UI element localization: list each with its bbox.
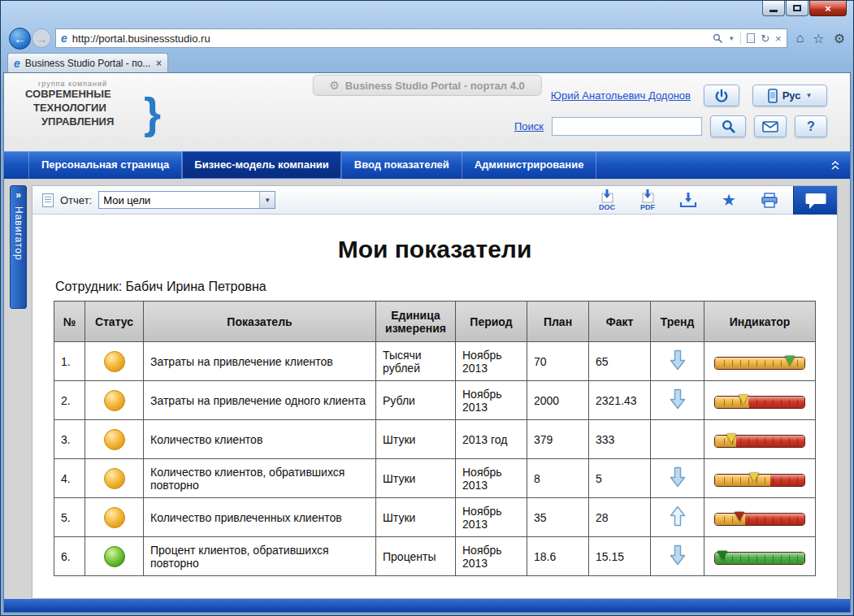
unit-cell: Штуки xyxy=(376,498,456,537)
banner-gear-icon: ⚙ xyxy=(329,79,340,92)
table-row: 3. Количество клиентов Штуки 2013 год 37… xyxy=(54,420,816,459)
fact-cell: 28 xyxy=(589,498,651,537)
ie-page-icon: e xyxy=(61,32,67,45)
ie-favicon: e xyxy=(14,57,20,70)
forward-button[interactable]: → xyxy=(32,28,51,48)
plan-cell: 18.6 xyxy=(527,537,589,576)
search-button[interactable] xyxy=(710,115,746,137)
user-row: Юрий Анатольевич Додонов Рус ▼ xyxy=(551,85,827,106)
export-pdf-button[interactable]: PDF xyxy=(634,189,661,211)
stop-icon[interactable]: × xyxy=(775,33,782,45)
logout-button[interactable] xyxy=(704,85,739,106)
plan-cell: 379 xyxy=(527,420,589,459)
favorites-button[interactable]: ★ xyxy=(715,192,743,208)
logo-line: УПРАВЛЕНИЯ xyxy=(41,115,188,129)
status-light-icon xyxy=(104,390,125,411)
address-bar-row: ← → e http://portal.businessstudio.ru ▼ … xyxy=(1,25,853,51)
row-number: 6. xyxy=(54,537,85,576)
browser-tab[interactable]: e Business Studio Portal - по... × xyxy=(7,53,168,72)
refresh-icon[interactable]: ↻ xyxy=(761,33,769,45)
pdf-label: PDF xyxy=(640,204,655,211)
report-panel: Отчет: Мои цели ▼ DOC xyxy=(32,185,838,599)
export-doc-button[interactable]: DOC xyxy=(593,189,621,211)
nav-tab-business-model[interactable]: Бизнес-модель компании xyxy=(182,151,341,179)
portal-page: группа компаний СОВРЕМЕННЫЕ ТЕХНОЛОГИИ У… xyxy=(3,72,851,613)
user-profile-link[interactable]: Юрий Анатольевич Додонов xyxy=(551,89,691,102)
row-number: 1. xyxy=(54,342,85,381)
minimize-button[interactable] xyxy=(762,1,785,16)
portal-title-banner: ⚙ Business Studio Portal - портал 4.0 xyxy=(312,75,542,96)
main-navigation: Персональная страница Бизнес-модель комп… xyxy=(4,151,850,179)
indicator-name: Затраты на привлечение одного клиента xyxy=(144,381,376,420)
select-dropdown-icon[interactable]: ▼ xyxy=(259,192,275,208)
pdf-download-icon xyxy=(639,189,657,203)
trend-arrow-icon xyxy=(670,544,686,566)
speech-bubble-icon xyxy=(804,191,827,210)
company-logo: группа компаний СОВРЕМЕННЫЕ ТЕХНОЛОГИИ У… xyxy=(25,80,188,129)
nav-collapse-button[interactable] xyxy=(830,159,840,174)
printer-icon xyxy=(761,193,778,208)
address-bar-icons: ▼ ↻ × xyxy=(713,32,781,45)
browser-tab-row: e Business Studio Portal - по... × xyxy=(1,51,853,72)
plan-cell: 8 xyxy=(527,459,589,498)
status-light-icon xyxy=(104,507,125,528)
indicator-name: Количество клиентов xyxy=(144,420,376,459)
favorites-star-icon[interactable]: ☆ xyxy=(813,31,824,46)
nav-tab-administration[interactable]: Администрирование xyxy=(462,151,597,179)
compatibility-view-icon[interactable] xyxy=(747,33,755,43)
row-number: 3. xyxy=(54,420,85,459)
browser-action-icons: ⌂ ☆ ⚙ xyxy=(796,31,845,46)
unit-cell: Рубли xyxy=(376,381,456,420)
maximize-button[interactable] xyxy=(786,1,808,16)
col-plan: План xyxy=(527,301,589,342)
col-trend: Тренд xyxy=(651,301,704,342)
fact-cell: 333 xyxy=(589,420,651,459)
download-button[interactable] xyxy=(674,192,702,208)
nav-tab-personal-page[interactable]: Персональная страница xyxy=(28,151,182,179)
back-arrow-icon: ← xyxy=(14,32,26,46)
home-icon[interactable]: ⌂ xyxy=(796,31,804,46)
table-row: 5. Количество привлеченных клиентов Штук… xyxy=(54,498,816,537)
plan-cell: 70 xyxy=(527,342,589,381)
table-row: 1. Затраты на привлечение клиентов Тысяч… xyxy=(54,342,816,381)
status-light-icon xyxy=(104,546,125,567)
indicator-name: Затраты на привлечение клиентов xyxy=(144,342,376,381)
language-button[interactable]: Рус ▼ xyxy=(752,85,827,106)
mail-button[interactable] xyxy=(754,115,787,137)
report-select[interactable]: Мои цели ▼ xyxy=(98,191,275,209)
print-button[interactable] xyxy=(756,193,783,208)
close-button[interactable]: × xyxy=(809,1,847,16)
status-light-icon xyxy=(104,468,125,489)
unit-cell: Штуки xyxy=(376,459,456,498)
fact-cell: 2321.43 xyxy=(589,381,651,420)
unit-cell: Тысячи рублей xyxy=(376,342,456,381)
search-input[interactable] xyxy=(552,117,702,136)
portal-footer xyxy=(4,599,850,612)
help-button[interactable]: ? xyxy=(795,115,827,137)
navigator-label: Навигатор xyxy=(13,206,24,261)
envelope-icon xyxy=(762,121,778,132)
back-button[interactable]: ← xyxy=(9,28,31,50)
report-toolbar: Отчет: Мои цели ▼ DOC xyxy=(33,186,837,215)
feedback-button[interactable] xyxy=(793,186,837,215)
table-header-row: № Статус Показатель Единица измерения Пе… xyxy=(54,301,816,342)
address-input[interactable]: e http://portal.businessstudio.ru ▼ ↻ × xyxy=(55,28,787,48)
report-label: Отчет: xyxy=(60,194,92,206)
tab-close-icon[interactable]: × xyxy=(156,58,162,69)
tools-gear-icon[interactable]: ⚙ xyxy=(834,31,845,46)
portal-title: Business Studio Portal - портал 4.0 xyxy=(345,80,525,92)
row-number: 4. xyxy=(54,459,85,498)
navigator-panel-tab[interactable]: » Навигатор xyxy=(10,185,27,309)
row-number: 2. xyxy=(54,381,85,420)
period-cell: 2013 год xyxy=(456,420,527,459)
search-link[interactable]: Поиск xyxy=(514,120,544,132)
search-icon[interactable] xyxy=(713,33,722,43)
titlebar[interactable]: × xyxy=(1,1,853,25)
search-dropdown-icon[interactable]: ▼ xyxy=(728,35,735,42)
col-indicator: Показатель xyxy=(144,301,376,342)
col-gauge: Индикатор xyxy=(704,301,816,342)
language-caret-icon: ▼ xyxy=(805,92,812,99)
report-select-value: Мои цели xyxy=(103,194,259,206)
logo-line: ТЕХНОЛОГИИ xyxy=(33,102,188,115)
nav-tab-indicator-entry[interactable]: Ввод показателей xyxy=(342,151,462,179)
